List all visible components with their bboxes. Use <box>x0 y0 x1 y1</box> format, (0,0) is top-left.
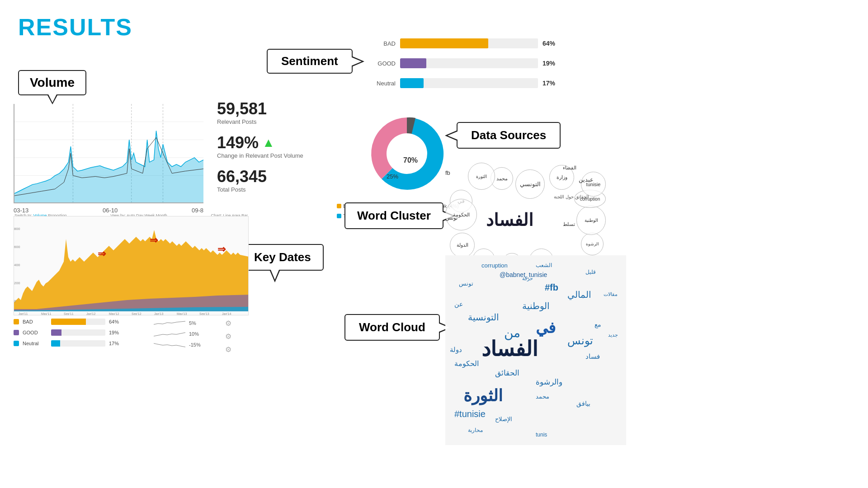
good-track <box>400 58 538 68</box>
cloud-muhammad: محمد <box>536 393 549 400</box>
small-bad-pct: 64% <box>109 319 119 324</box>
cloud-tunisiya: التونسية <box>468 312 499 323</box>
cloud-maa: مع <box>594 321 601 328</box>
bad-pct: 64% <box>542 40 561 47</box>
cloud-an: عن <box>454 300 463 308</box>
svg-text:⇒: ⇒ <box>150 235 158 246</box>
svg-text:800: 800 <box>14 227 20 231</box>
svg-text:Jan'13: Jan'13 <box>154 312 164 315</box>
cluster-word-7: الدولة <box>450 233 475 258</box>
pct-label-1: 5% <box>189 320 196 326</box>
svg-text:400: 400 <box>14 263 20 267</box>
cloud-tunis2: تونس <box>459 280 473 287</box>
small-bar-neutral: Neutral 17% <box>14 340 249 347</box>
small-bar-bad: BAD 64% <box>14 319 249 325</box>
volume-callout: Volume <box>18 70 86 95</box>
total-posts-label: Relevant Posts <box>217 118 303 125</box>
cloud-fasad-large: الفساد <box>481 337 538 361</box>
small-good-dot <box>14 330 19 335</box>
pct-label-3: -15% <box>189 342 201 347</box>
cloud-mali: المالي <box>567 289 591 300</box>
small-bar-good: GOOD 19% <box>14 329 249 336</box>
small-chart-area: ⇒ ⇒ ⇒ Jan'11 May'11 Sep'11 Jan'12 May'12… <box>14 216 249 315</box>
all-posts-number: 66,345 <box>217 167 303 186</box>
settings-icon-3[interactable]: ⚙ <box>225 345 231 354</box>
bar-row-good: GOOD 19% <box>366 58 561 68</box>
cluster-word-13: الوطنية <box>576 206 606 235</box>
good-pct: 19% <box>542 60 561 67</box>
cloud-haqaiq-cloud: الحقائق <box>495 368 519 378</box>
sparkline-row-3: -15% <box>154 342 201 348</box>
svg-text:25%: 25% <box>387 173 398 180</box>
sparkline-3 <box>154 342 185 348</box>
pie-chart: 70% 25% <box>362 108 452 199</box>
settings-icons: ⚙ ⚙ ⚙ <box>225 319 231 354</box>
cloud-qalil: قليل <box>585 269 596 275</box>
neutral-label: Neutral <box>366 80 396 87</box>
cloud-rashwa: والرشوة <box>536 377 562 387</box>
small-bad-dot <box>14 319 19 324</box>
cluster-word-fadaa: الفضاء <box>563 165 576 171</box>
svg-text:Jan'11: Jan'11 <box>19 312 28 315</box>
svg-text:⇒: ⇒ <box>217 244 226 255</box>
cloud-hukuma: الحكومة <box>454 359 479 368</box>
svg-text:200: 200 <box>14 281 20 285</box>
cloud-hashtag-tunisie: #tunisie <box>454 409 486 419</box>
cloud-thawra: الثورة <box>463 386 503 405</box>
page-title: RESULTS <box>18 14 132 41</box>
cloud-corruption-small: corruption <box>481 262 508 269</box>
small-bad-label: BAD <box>23 319 47 324</box>
word-cloud-visual: الفساد الثورة في من #fb @babnet_tunisie … <box>445 255 626 445</box>
good-label: GOOD <box>366 60 396 67</box>
neutral-track <box>400 78 538 88</box>
cluster-word-tslut: تسلط <box>563 221 575 227</box>
cloud-fasad-small: فساد <box>585 352 600 361</box>
neutral-fill <box>400 78 424 88</box>
change-label: Change in Relevant Post Volume <box>217 152 303 159</box>
svg-text:May'13: May'13 <box>177 312 187 315</box>
settings-icon-1[interactable]: ⚙ <box>225 319 231 328</box>
small-neutral-label: Neutral <box>23 341 47 346</box>
sparkline-1 <box>154 320 185 326</box>
small-good-pct: 19% <box>109 330 119 335</box>
blogs-dot <box>337 204 341 208</box>
bad-track <box>400 38 538 48</box>
small-bad-track <box>51 319 105 325</box>
bad-fill <box>400 38 488 48</box>
volume-chart <box>14 104 203 203</box>
total-posts-number: 59,581 <box>217 99 303 118</box>
svg-text:May'12: May'12 <box>109 312 119 315</box>
cloud-shu3b: الشعب <box>536 262 552 268</box>
cloud-tunis: تونس <box>567 334 593 347</box>
svg-text:⇒: ⇒ <box>98 248 106 259</box>
svg-point-7 <box>387 133 427 174</box>
bad-label: BAD <box>366 40 396 47</box>
small-bars-area: BAD 64% GOOD 19% Neutral 17% <box>14 319 249 351</box>
cluster-word-haqaiq: الحقائق حول اللجنة <box>554 194 589 199</box>
cloud-jaidad: جديد <box>608 332 618 338</box>
neutral-pct: 17% <box>542 80 561 87</box>
settings-icon-2[interactable]: ⚙ <box>225 332 231 341</box>
svg-text:Jan'14: Jan'14 <box>222 312 231 315</box>
wordcluster-callout: Word Cluster <box>344 202 443 229</box>
keydates-callout: Key Dates <box>241 244 324 271</box>
svg-text:Sep'13: Sep'13 <box>199 312 209 315</box>
arrow-up-icon: ▲ <box>262 136 275 150</box>
wordcloud-callout: Word Cloud <box>344 314 440 341</box>
small-neutral-pct: 17% <box>109 341 119 346</box>
sentiment-bars: BAD 64% GOOD 19% Neutral 17% <box>366 38 561 98</box>
svg-text:Sep'11: Sep'11 <box>64 312 74 315</box>
bar-row-neutral: Neutral 17% <box>366 78 561 88</box>
cloud-islah: الإصلاح <box>495 416 512 422</box>
sentiment-callout: Sentiment <box>267 49 353 74</box>
svg-text:May'11: May'11 <box>41 312 51 315</box>
cluster-word-1: التونسي <box>515 169 545 199</box>
cloud-haraka: حركة <box>522 276 533 282</box>
cloud-tunis-latin: tunis <box>536 432 547 438</box>
sparkline-2 <box>154 331 185 337</box>
sparkline-row-1: 5% <box>154 320 201 326</box>
cloud-wataniya: الوطنية <box>522 300 550 311</box>
cluster-center-word: الفساد <box>486 210 533 230</box>
cloud-min: من <box>504 325 520 340</box>
small-neutral-fill <box>51 340 60 347</box>
